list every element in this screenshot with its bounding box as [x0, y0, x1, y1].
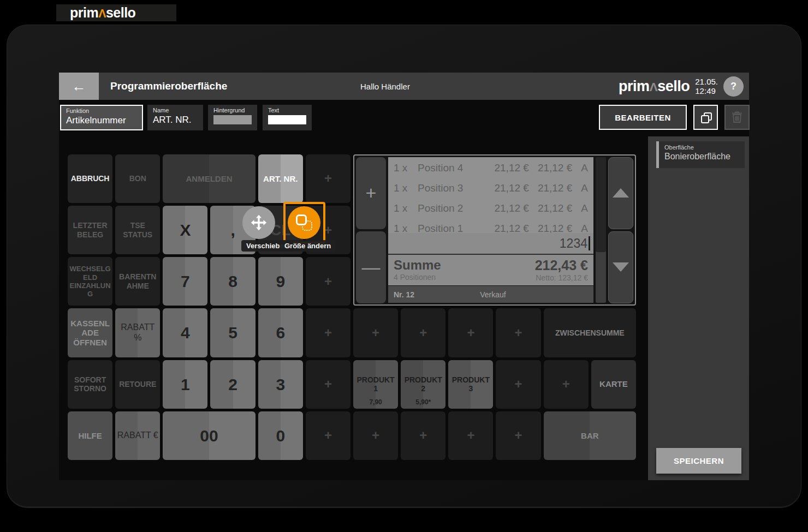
- key-8[interactable]: 8: [210, 257, 255, 306]
- scroll-down-button[interactable]: [608, 231, 633, 303]
- receipt-minus-button[interactable]: —: [356, 231, 386, 303]
- empty-slot-button[interactable]: +: [401, 411, 445, 460]
- position-row: 1 xPosition 421,12 €21,12 €A: [394, 158, 588, 178]
- product-price: 5,90*: [401, 398, 445, 406]
- receipt-add-button[interactable]: +: [356, 157, 386, 229]
- name-field[interactable]: Name ART. NR.: [147, 105, 203, 130]
- empty-slot-button[interactable]: +: [544, 360, 589, 409]
- key-retoure[interactable]: RETOURE: [115, 360, 160, 409]
- key-bon[interactable]: BON: [115, 154, 160, 203]
- text-color-swatch[interactable]: [268, 115, 306, 124]
- key-bar[interactable]: BAR: [544, 411, 636, 460]
- empty-slot-button[interactable]: +: [353, 308, 398, 357]
- text-color-field[interactable]: Text: [263, 105, 312, 130]
- key-produkt-3[interactable]: PRODUKT 3: [448, 360, 493, 409]
- surface-field[interactable]: Oberfläche Bonieroberfläche: [656, 141, 745, 168]
- resize-tooltip: Größe ändern: [280, 240, 336, 252]
- key-3[interactable]: 3: [258, 360, 303, 409]
- key-art-nr[interactable]: ART. NR.: [258, 154, 303, 203]
- scroll-down-icon: [613, 262, 629, 272]
- edit-button[interactable]: BEARBEITEN: [599, 105, 687, 130]
- key-abbruch[interactable]: ABBRUCH: [68, 154, 112, 203]
- back-button[interactable]: ←: [59, 73, 99, 100]
- back-arrow-icon: ←: [72, 78, 86, 95]
- receipt-display-widget[interactable]: + — 1 xPosition 421,12 €21,12 €A 1 xPosi…: [353, 154, 636, 306]
- sum-value: 212,43 €: [535, 258, 588, 273]
- copy-icon: [700, 111, 712, 123]
- sum-section: Summe 4 Positionen 212,43 € Netto: 123,1…: [388, 255, 593, 285]
- key-karte[interactable]: KARTE: [591, 360, 636, 409]
- empty-slot-button[interactable]: +: [353, 411, 398, 460]
- page-title: Programmieroberfläche: [110, 80, 227, 92]
- empty-slot-button[interactable]: +: [496, 411, 540, 460]
- receipt-footer: Nr. 12 Verkauf: [388, 286, 593, 303]
- help-button[interactable]: ?: [723, 76, 744, 97]
- scroll-up-button[interactable]: [608, 157, 633, 229]
- empty-slot-button[interactable]: +: [496, 360, 540, 409]
- key-anmelden[interactable]: ANMELDEN: [163, 154, 255, 203]
- background-color-field[interactable]: Hintergrund: [208, 105, 257, 130]
- resize-handle-button[interactable]: [288, 206, 320, 239]
- key-hilfe[interactable]: HILFE: [68, 411, 112, 460]
- empty-slot-button[interactable]: +: [496, 308, 540, 357]
- key-0[interactable]: 0: [258, 411, 303, 460]
- empty-slot-button[interactable]: +: [306, 257, 350, 306]
- key-letzter-beleg[interactable]: LETZTER BELEG: [68, 206, 112, 254]
- empty-slot-button[interactable]: +: [401, 308, 445, 357]
- app-header: ← Programmieroberfläche Hallo Händler pr…: [59, 73, 749, 100]
- name-value: ART. NR.: [153, 115, 198, 125]
- window-logo-tab: primΛsello: [56, 4, 176, 21]
- key-00[interactable]: 00: [163, 411, 255, 460]
- logo-caret-icon: Λ: [649, 80, 657, 94]
- positions-count: 4 Positionen: [394, 273, 441, 282]
- key-produkt-1[interactable]: PRODUKT 1 7,90: [353, 360, 398, 409]
- key-rabatt-prozent[interactable]: RABATT %: [115, 308, 160, 357]
- empty-slot-button[interactable]: +: [306, 360, 350, 409]
- receipt-body: 1 xPosition 421,12 €21,12 €A 1 xPosition…: [388, 157, 593, 303]
- primasello-logo: primΛsello: [70, 5, 135, 21]
- time-text: 12:49: [695, 86, 718, 95]
- keypad-grid: + — 1 xPosition 421,12 €21,12 €A 1 xPosi…: [68, 154, 636, 460]
- screen: primΛsello ← Programmieroberfläche Hallo…: [0, 0, 808, 532]
- function-value: Artikelnummer: [66, 115, 137, 126]
- position-row: 1 xPosition 321,12 €21,12 €A: [394, 178, 588, 198]
- position-row: 1 xPosition 121,12 €21,12 €A: [394, 218, 588, 233]
- key-produkt-2[interactable]: PRODUKT 2 5,90*: [401, 360, 445, 409]
- empty-slot-button[interactable]: +: [306, 411, 350, 460]
- resize-icon: [296, 214, 312, 231]
- amount-input[interactable]: 1234: [388, 233, 593, 254]
- surface-value: Bonieroberfläche: [664, 152, 739, 162]
- key-7[interactable]: 7: [163, 257, 207, 306]
- move-handle-button[interactable]: [242, 206, 275, 239]
- receipt-left-controls: + —: [356, 157, 386, 303]
- empty-slot-button[interactable]: +: [306, 154, 350, 203]
- key-1[interactable]: 1: [163, 360, 207, 409]
- key-5[interactable]: 5: [210, 308, 255, 357]
- receipt-mode: Verkauf: [480, 290, 506, 299]
- plus-icon: +: [366, 182, 377, 204]
- key-kassenlade-oeffnen[interactable]: KASSENLADE ÖFFNEN: [68, 308, 112, 357]
- key-rabatt-euro[interactable]: RABATT €: [115, 411, 160, 460]
- scroll-up-icon: [613, 188, 629, 198]
- empty-slot-button[interactable]: +: [448, 308, 493, 357]
- key-2[interactable]: 2: [210, 360, 255, 409]
- function-field[interactable]: Funktion Artikelnummer: [60, 105, 143, 130]
- save-button[interactable]: SPEICHERN: [656, 448, 741, 474]
- key-zwischensumme[interactable]: ZWISCHENSUMME: [544, 308, 636, 357]
- receipt-scrollbar[interactable]: [596, 157, 606, 303]
- key-6[interactable]: 6: [258, 308, 303, 357]
- key-4[interactable]: 4: [163, 308, 207, 357]
- empty-slot-button[interactable]: +: [448, 411, 493, 460]
- empty-slot-button[interactable]: +: [306, 308, 350, 357]
- duplicate-button[interactable]: [693, 105, 718, 130]
- key-sofort-storno[interactable]: SOFORT STORNO: [68, 360, 112, 409]
- key-9[interactable]: 9: [258, 257, 303, 306]
- key-tse-status[interactable]: TSE STATUS: [115, 206, 160, 254]
- greeting-text: Hallo Händler: [360, 82, 410, 91]
- background-color-swatch[interactable]: [213, 115, 252, 124]
- delete-button[interactable]: [724, 105, 750, 130]
- key-barentnahme[interactable]: BARENTNAHME: [115, 257, 160, 306]
- scrollbar-thumb[interactable]: [596, 157, 606, 252]
- key-multiply[interactable]: X: [163, 206, 207, 254]
- key-wechselgeld-einzahlung[interactable]: WECHSELGELD EINZAHLUNG: [68, 257, 112, 306]
